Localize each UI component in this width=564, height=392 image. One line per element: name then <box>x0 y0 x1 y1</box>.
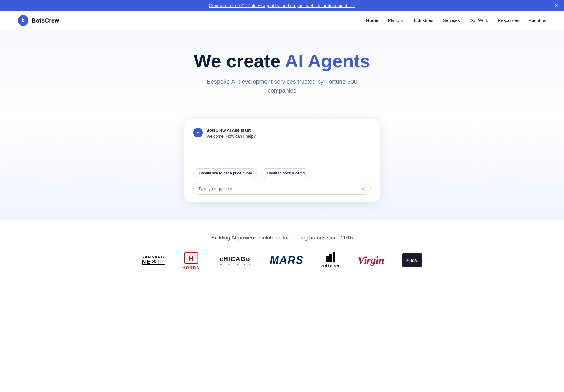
brands-logos: SAMSUNG NE✕T H HONDA cHICAGo CHOOSE CHIC… <box>18 253 546 268</box>
chat-bubble-area: BotsCrew AI Assistant Welcome! How can I… <box>206 128 256 139</box>
samsung-next-logo: SAMSUNG NE✕T <box>142 255 165 265</box>
logo-icon: b <box>18 15 28 26</box>
hero-headline-prefix: We create <box>194 51 285 71</box>
brand-fiba: FIBA <box>402 253 422 268</box>
chat-widget-wrapper: BotsCrew AI Assistant Welcome! How can I… <box>0 119 564 220</box>
banner-close-button[interactable]: × <box>555 2 558 9</box>
virgin-logo: Virgin <box>358 255 384 266</box>
chat-input[interactable] <box>198 186 357 191</box>
navbar: b BotsCrew Home Platform Industries Serv… <box>0 11 564 30</box>
adidas-stripes <box>326 252 335 262</box>
banner-link[interactable]: Generate a free GPT-4o AI agent trained … <box>209 3 355 8</box>
chat-messages: BotsCrew AI Assistant Welcome! How can I… <box>193 128 371 164</box>
nav-item-aboutus[interactable]: About us <box>529 18 546 23</box>
nav-item-industries[interactable]: Industries <box>414 18 433 23</box>
chicago-logo: cHICAGo CHOOSE CHICAGO <box>218 255 252 266</box>
brand-samsung-next: SAMSUNG NE✕T <box>142 253 165 268</box>
brand-adidas: adidas <box>321 253 340 268</box>
logo-text: BotsCrew <box>31 17 59 24</box>
nav-item-services[interactable]: Services <box>443 18 460 23</box>
top-banner: Generate a free GPT-4o AI agent trained … <box>0 0 564 11</box>
logo[interactable]: b BotsCrew <box>18 15 59 26</box>
nav-item-resources[interactable]: Resources <box>498 18 519 23</box>
hero-subtext: Bespoke AI development services trusted … <box>199 77 365 95</box>
fiba-text: FIBA <box>406 258 418 263</box>
quick-reply-price-quote[interactable]: I would like to get a price quote <box>193 168 258 178</box>
adidas-text: adidas <box>321 264 340 268</box>
nav-item-platform[interactable]: Platform <box>388 18 405 23</box>
chat-message: BotsCrew AI Assistant Welcome! How can I… <box>193 128 371 139</box>
chat-welcome-message: Welcome! How can I help? <box>206 134 256 139</box>
chat-send-button[interactable] <box>360 186 366 191</box>
nav-item-home[interactable]: Home <box>366 18 378 23</box>
brand-chicago: cHICAGo CHOOSE CHICAGO <box>218 253 252 268</box>
brand-mars: MARS <box>270 253 304 268</box>
brand-virgin: Virgin <box>358 253 384 268</box>
hero-headline: We create AI Agents <box>6 51 558 71</box>
chat-quick-replies: I would like to get a price quote I want… <box>193 168 371 178</box>
hero-headline-accent: AI Agents <box>285 51 370 71</box>
chat-widget: BotsCrew AI Assistant Welcome! How can I… <box>184 119 380 202</box>
honda-logo: H HONDA <box>183 251 200 270</box>
chat-sender-name: BotsCrew AI Assistant <box>206 128 256 133</box>
brand-honda: H HONDA <box>183 253 200 268</box>
brands-section: Building AI-powered solutions for leadin… <box>0 220 564 285</box>
brands-subtitle: Building AI-powered solutions for leadin… <box>18 235 546 241</box>
quick-reply-book-demo[interactable]: I want to book a demo <box>261 168 310 178</box>
svg-text:H: H <box>189 255 194 262</box>
nav-item-ourwork[interactable]: Our Work <box>469 18 488 23</box>
nav-links: Home Platform Industries Services Our Wo… <box>366 18 546 23</box>
chat-avatar <box>193 128 203 137</box>
chat-input-row <box>193 183 371 195</box>
fiba-logo: FIBA <box>402 253 422 267</box>
hero-section: We create AI Agents Bespoke AI developme… <box>0 30 564 119</box>
adidas-logo: adidas <box>321 252 340 268</box>
mars-logo: MARS <box>270 254 304 266</box>
